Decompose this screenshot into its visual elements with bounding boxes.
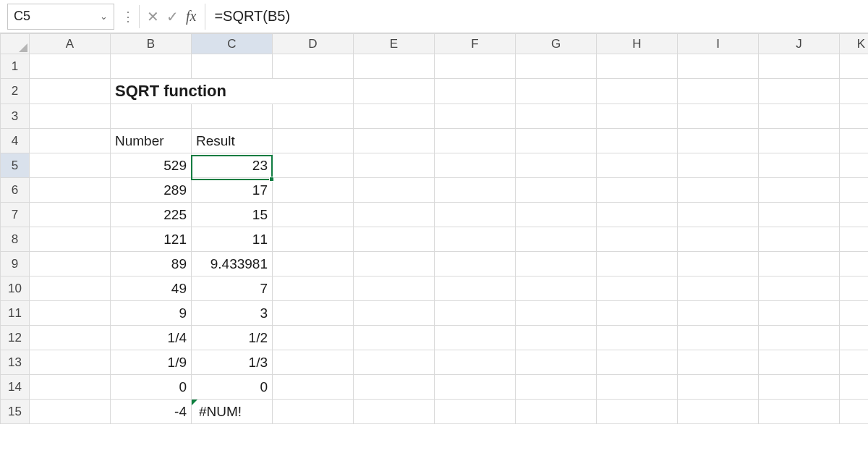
cell-B7[interactable]: 225 (111, 203, 192, 227)
cell-K13[interactable] (840, 350, 869, 375)
cell-B11[interactable]: 9 (111, 301, 192, 326)
cell-C7[interactable]: 15 (192, 203, 273, 227)
cell-B1[interactable] (111, 54, 192, 79)
col-header-J[interactable]: J (759, 34, 840, 54)
cell-F1[interactable] (435, 54, 516, 79)
cell-F12[interactable] (435, 326, 516, 350)
row-header-8[interactable]: 8 (1, 227, 30, 252)
cell-A12[interactable] (30, 326, 111, 350)
row-header-1[interactable]: 1 (1, 54, 30, 79)
cell-G4[interactable] (516, 129, 597, 153)
cell-B8[interactable]: 121 (111, 227, 192, 252)
cell-A1[interactable] (30, 54, 111, 79)
error-flag-icon[interactable] (192, 400, 197, 405)
col-header-E[interactable]: E (354, 34, 435, 54)
cell-F8[interactable] (435, 227, 516, 252)
cell-G8[interactable] (516, 227, 597, 252)
row-header-5[interactable]: 5 (1, 153, 30, 178)
cell-A5[interactable] (30, 153, 111, 178)
cell-A6[interactable] (30, 178, 111, 203)
cell-E12[interactable] (354, 326, 435, 350)
cell-F13[interactable] (435, 350, 516, 375)
cell-E10[interactable] (354, 276, 435, 301)
col-header-G[interactable]: G (516, 34, 597, 54)
cell-H5[interactable] (597, 153, 678, 178)
cell-B6[interactable]: 289 (111, 178, 192, 203)
col-header-C[interactable]: C (192, 34, 273, 54)
cell-A11[interactable] (30, 301, 111, 326)
cell-F15[interactable] (435, 400, 516, 424)
cell-I14[interactable] (678, 375, 759, 400)
cell-D7[interactable] (273, 203, 354, 227)
col-header-F[interactable]: F (435, 34, 516, 54)
cell-J4[interactable] (759, 129, 840, 153)
cell-D14[interactable] (273, 375, 354, 400)
cell-C3[interactable] (192, 104, 273, 129)
row-header-10[interactable]: 10 (1, 276, 30, 301)
cell-J2[interactable] (759, 79, 840, 104)
cell-I10[interactable] (678, 276, 759, 301)
name-box-dropdown-icon[interactable]: ⌄ (100, 11, 108, 22)
cell-E1[interactable] (354, 54, 435, 79)
cell-K8[interactable] (840, 227, 869, 252)
cell-K5[interactable] (840, 153, 869, 178)
cell-K9[interactable] (840, 252, 869, 276)
cell-G12[interactable] (516, 326, 597, 350)
cell-B4[interactable]: Number (111, 129, 192, 153)
cell-J1[interactable] (759, 54, 840, 79)
cell-E14[interactable] (354, 375, 435, 400)
cell-J3[interactable] (759, 104, 840, 129)
cell-C11[interactable]: 3 (192, 301, 273, 326)
cell-H15[interactable] (597, 400, 678, 424)
cell-J15[interactable] (759, 400, 840, 424)
cell-K15[interactable] (840, 400, 869, 424)
cell-F10[interactable] (435, 276, 516, 301)
cell-D1[interactable] (273, 54, 354, 79)
cell-E8[interactable] (354, 227, 435, 252)
cell-H4[interactable] (597, 129, 678, 153)
row-header-7[interactable]: 7 (1, 203, 30, 227)
cell-I3[interactable] (678, 104, 759, 129)
formula-bar-options-icon[interactable]: ⋮ (120, 9, 136, 25)
cell-K4[interactable] (840, 129, 869, 153)
cell-C1[interactable] (192, 54, 273, 79)
cell-E11[interactable] (354, 301, 435, 326)
cell-E3[interactable] (354, 104, 435, 129)
cell-K6[interactable] (840, 178, 869, 203)
cell-A8[interactable] (30, 227, 111, 252)
cell-H7[interactable] (597, 203, 678, 227)
col-header-K[interactable]: K (840, 34, 869, 54)
cell-A7[interactable] (30, 203, 111, 227)
cell-G15[interactable] (516, 400, 597, 424)
cell-H8[interactable] (597, 227, 678, 252)
cell-I7[interactable] (678, 203, 759, 227)
cell-H12[interactable] (597, 326, 678, 350)
cell-D3[interactable] (273, 104, 354, 129)
cell-C14[interactable]: 0 (192, 375, 273, 400)
cell-I8[interactable] (678, 227, 759, 252)
cell-G5[interactable] (516, 153, 597, 178)
row-header-13[interactable]: 13 (1, 350, 30, 375)
formula-input[interactable]: =SQRT(B5) (205, 4, 868, 30)
cell-J6[interactable] (759, 178, 840, 203)
cell-F9[interactable] (435, 252, 516, 276)
cell-H2[interactable] (597, 79, 678, 104)
cell-I13[interactable] (678, 350, 759, 375)
cell-J13[interactable] (759, 350, 840, 375)
fx-icon[interactable]: fx (186, 8, 196, 25)
cell-K2[interactable] (840, 79, 869, 104)
cell-I5[interactable] (678, 153, 759, 178)
cell-E6[interactable] (354, 178, 435, 203)
cell-G13[interactable] (516, 350, 597, 375)
cell-I12[interactable] (678, 326, 759, 350)
cell-F4[interactable] (435, 129, 516, 153)
cell-I6[interactable] (678, 178, 759, 203)
cell-G3[interactable] (516, 104, 597, 129)
cell-E5[interactable] (354, 153, 435, 178)
cell-B9[interactable]: 89 (111, 252, 192, 276)
cell-E2[interactable] (354, 79, 435, 104)
cell-C15[interactable]: #NUM! (192, 400, 273, 424)
cell-D5[interactable] (273, 153, 354, 178)
cell-B5[interactable]: 529 (111, 153, 192, 178)
cell-E7[interactable] (354, 203, 435, 227)
